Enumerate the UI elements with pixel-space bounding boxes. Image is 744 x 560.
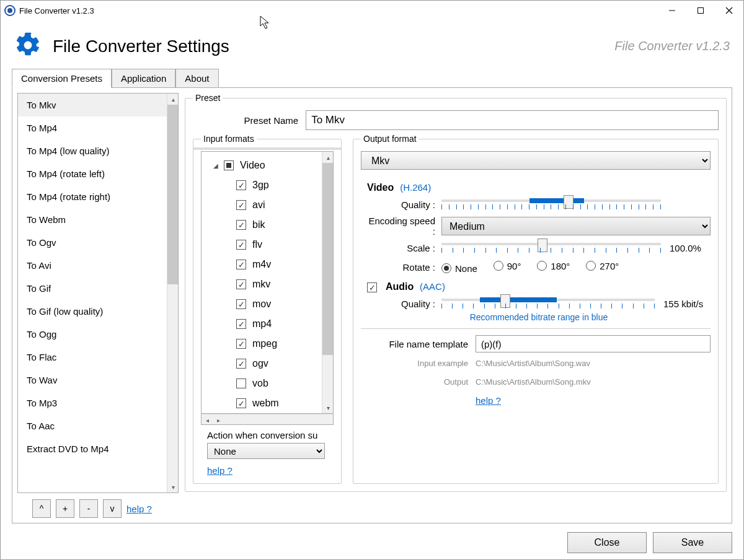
checkbox[interactable] xyxy=(236,339,246,349)
filename-template-input[interactable] xyxy=(476,335,711,352)
rotate-none-radio[interactable]: None xyxy=(441,263,477,274)
window-title: File Converter v1.2.3 xyxy=(19,6,94,15)
rotate-180-radio[interactable]: 180° xyxy=(537,261,570,271)
format-item[interactable]: 3gp xyxy=(208,175,322,195)
tab-conversion-presets[interactable]: Conversion Presets xyxy=(12,69,112,88)
checkbox[interactable] xyxy=(236,200,246,210)
preset-list: To Mkv To Mp4 To Mp4 (low quality) To Mp… xyxy=(17,93,179,493)
template-help-link[interactable]: help ? xyxy=(476,395,501,406)
scroll-up-icon[interactable]: ▴ xyxy=(322,152,334,163)
preset-item[interactable]: To Mp3 xyxy=(18,392,167,414)
preset-item[interactable]: To Gif xyxy=(18,277,167,300)
scroll-left-icon[interactable]: ◂ xyxy=(202,414,213,426)
output-format-select[interactable]: Mkv xyxy=(361,151,711,170)
save-button[interactable]: Save xyxy=(653,532,732,553)
formats-scrollbar[interactable]: ▴ ▾ xyxy=(322,152,333,413)
audio-quality-slider[interactable] xyxy=(441,295,655,312)
preset-legend: Preset xyxy=(193,93,223,103)
minimize-button[interactable] xyxy=(658,1,686,20)
gear-icon xyxy=(14,32,42,61)
preset-item[interactable]: To Ogv xyxy=(18,231,167,254)
input-formats-legend: Input formats xyxy=(201,134,257,144)
close-button-footer[interactable]: Close xyxy=(567,532,647,553)
preset-item[interactable]: To Mp4 (rotate right) xyxy=(18,185,167,208)
format-group-video[interactable]: ◢ Video xyxy=(208,155,322,175)
preset-item[interactable]: Extract DVD to Mp4 xyxy=(18,437,167,460)
version-label: File Converter v1.2.3 xyxy=(614,39,730,53)
preset-scrollbar[interactable]: ▴ ▾ xyxy=(167,94,178,492)
preset-name-label: Preset Name xyxy=(193,115,306,126)
remove-preset-button[interactable]: - xyxy=(79,499,98,518)
presets-help-link[interactable]: help ? xyxy=(126,504,152,514)
scroll-right-icon[interactable]: ▸ xyxy=(213,414,224,426)
scroll-up-icon[interactable]: ▴ xyxy=(167,94,179,105)
encoding-speed-select[interactable]: Medium xyxy=(441,217,711,235)
move-up-button[interactable]: ^ xyxy=(32,499,51,518)
rotate-90-radio[interactable]: 90° xyxy=(494,261,521,271)
preset-name-input[interactable] xyxy=(306,110,719,130)
scale-label: Scale : xyxy=(367,243,441,253)
tab-application[interactable]: Application xyxy=(112,69,175,88)
format-item[interactable]: mp4 xyxy=(208,314,322,334)
preset-item[interactable]: To Mp4 (rotate left) xyxy=(18,162,167,185)
preset-item[interactable]: To Mp4 xyxy=(18,116,167,139)
format-item[interactable]: vob xyxy=(208,374,322,393)
checkbox[interactable] xyxy=(236,220,246,230)
checkbox[interactable] xyxy=(236,240,246,250)
audio-enable-checkbox[interactable] xyxy=(367,282,377,292)
rotate-270-radio[interactable]: 270° xyxy=(586,261,619,271)
checkbox[interactable] xyxy=(236,299,246,309)
checkbox[interactable] xyxy=(236,319,246,329)
svg-rect-1 xyxy=(698,8,704,14)
format-item[interactable]: mkv xyxy=(208,274,322,294)
preset-item[interactable]: To Avi xyxy=(18,254,167,277)
filename-template-label: File name template xyxy=(361,339,476,349)
collapse-icon[interactable]: ◢ xyxy=(211,162,220,169)
add-preset-button[interactable]: + xyxy=(56,499,74,518)
format-item[interactable]: flv xyxy=(208,235,322,255)
formats-hscrollbar[interactable]: ◂ ▸ xyxy=(201,414,334,425)
maximize-button[interactable] xyxy=(686,1,715,20)
preset-item[interactable]: To Flac xyxy=(18,346,167,369)
checkbox[interactable] xyxy=(236,359,246,369)
format-item[interactable]: mov xyxy=(208,294,322,314)
scrollbar-thumb[interactable] xyxy=(322,163,333,355)
checkbox[interactable] xyxy=(236,398,246,408)
output-example-value: C:\Music\Artist\Album\Song.mkv xyxy=(476,377,591,387)
input-formats-help-link[interactable]: help ? xyxy=(207,465,334,476)
header: File Converter Settings File Converter v… xyxy=(1,20,743,68)
audio-quality-label: Quality : xyxy=(367,299,441,309)
divider xyxy=(361,328,711,329)
checkbox[interactable] xyxy=(236,260,246,269)
tab-about[interactable]: About xyxy=(175,69,218,88)
input-example-label: Input example xyxy=(361,359,476,368)
preset-item[interactable]: To Wav xyxy=(18,369,167,392)
checkbox[interactable] xyxy=(236,378,246,388)
checkbox-video-group[interactable] xyxy=(224,160,234,170)
format-item[interactable]: mpeg xyxy=(208,334,322,354)
preset-item[interactable]: To Mkv xyxy=(18,94,167,116)
format-item[interactable]: bik xyxy=(208,215,322,235)
preset-item[interactable]: To Webm xyxy=(18,208,167,231)
format-item[interactable]: ogv xyxy=(208,354,322,374)
format-item[interactable]: webm xyxy=(208,393,322,413)
preset-item[interactable]: To Aac xyxy=(18,414,167,437)
video-quality-label: Quality : xyxy=(367,199,441,210)
format-item[interactable]: avi xyxy=(208,195,322,215)
conversion-action-select[interactable]: None xyxy=(207,443,325,459)
video-codec-label: (H.264) xyxy=(400,182,431,193)
preset-item[interactable]: To Mp4 (low quality) xyxy=(18,139,167,162)
move-down-button[interactable]: v xyxy=(103,499,122,518)
preset-item[interactable]: To Gif (low quality) xyxy=(18,300,167,323)
output-format-legend: Output format xyxy=(361,134,419,144)
checkbox[interactable] xyxy=(236,279,246,289)
close-button[interactable] xyxy=(715,1,743,20)
video-quality-slider[interactable] xyxy=(441,196,661,213)
scale-slider[interactable] xyxy=(441,239,661,256)
checkbox[interactable] xyxy=(236,180,246,190)
scroll-down-icon[interactable]: ▾ xyxy=(167,481,179,492)
format-item[interactable]: m4v xyxy=(208,255,322,274)
preset-item[interactable]: To Ogg xyxy=(18,323,167,346)
scroll-down-icon[interactable]: ▾ xyxy=(322,402,334,413)
scrollbar-thumb[interactable] xyxy=(167,105,178,284)
